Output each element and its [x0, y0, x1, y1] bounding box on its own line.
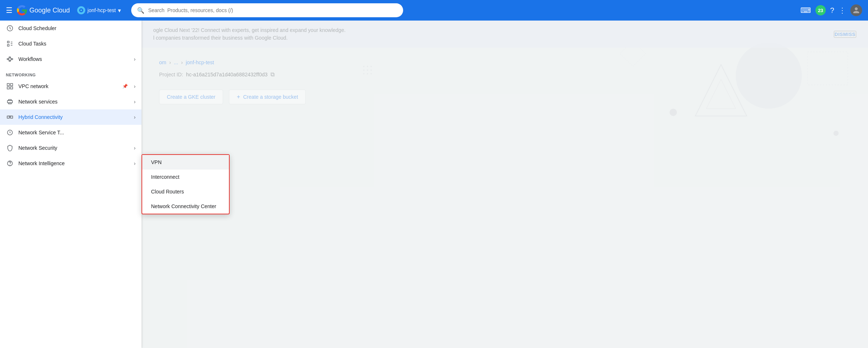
svg-rect-22 — [8, 103, 11, 104]
svg-rect-20 — [7, 101, 12, 103]
more-vert-icon[interactable]: ⋮ — [839, 6, 846, 15]
svg-rect-23 — [7, 116, 10, 118]
project-name: jonf-hcp-test — [87, 7, 116, 13]
svg-rect-10 — [9, 60, 11, 61]
sidebar-item-cloud-scheduler[interactable]: Cloud Scheduler — [0, 21, 141, 36]
sidebar-label: Network Security — [18, 145, 129, 151]
svg-line-13 — [8, 59, 9, 61]
intelligence-icon — [6, 159, 14, 167]
sidebar-label: Hybrid Connectivity — [18, 114, 129, 120]
sidebar: Cloud Scheduler Cloud Tasks Workflows › … — [0, 21, 141, 348]
svg-point-1 — [80, 10, 82, 11]
submenu-interconnect-label: Interconnect — [151, 174, 179, 180]
avatar[interactable] — [850, 4, 862, 16]
sidebar-label: VPC network — [18, 83, 118, 89]
main-layout: Cloud Scheduler Cloud Tasks Workflows › … — [0, 21, 868, 348]
network-services-icon — [6, 98, 14, 106]
submenu-cloud-routers-label: Cloud Routers — [151, 189, 184, 195]
search-icon: 🔍 — [137, 7, 144, 14]
nst-icon — [6, 128, 14, 137]
security-icon — [6, 144, 14, 152]
submenu-item-vpn[interactable]: VPN — [142, 155, 229, 170]
svg-line-14 — [11, 58, 11, 59]
tasks-icon — [6, 40, 14, 48]
svg-rect-8 — [7, 59, 9, 60]
svg-rect-16 — [7, 84, 10, 86]
project-selector[interactable]: jonf-hcp-test ▾ — [77, 6, 121, 14]
notification-count: 23 — [818, 8, 823, 13]
sidebar-item-network-service-t[interactable]: Network Service T... — [0, 125, 141, 140]
submenu-vpn-label: VPN — [151, 159, 162, 165]
sidebar-label: Network services — [18, 99, 129, 105]
chevron-down-icon: ▾ — [118, 7, 121, 14]
sidebar-item-network-security[interactable]: Network Security › — [0, 140, 141, 156]
sidebar-label: Network Intelligence — [18, 160, 129, 166]
hybrid-icon — [6, 113, 14, 121]
notification-badge[interactable]: 23 — [815, 5, 826, 15]
svg-rect-17 — [11, 84, 13, 86]
sidebar-item-vpc-network[interactable]: VPC network 📌 › — [0, 79, 141, 94]
terminal-icon[interactable]: ⌨ — [800, 6, 811, 15]
sidebar-label: Cloud Tasks — [18, 41, 136, 47]
logo-cloud: Cloud — [53, 7, 70, 14]
svg-rect-9 — [9, 57, 11, 58]
main-content-area: ogle Cloud Next '22! Connect with expert… — [141, 21, 868, 348]
hybrid-connectivity-submenu: VPN Interconnect Cloud Routers Network C… — [141, 154, 230, 214]
sidebar-item-network-services[interactable]: Network services › — [0, 94, 141, 109]
submenu-ncc-label: Network Connectivity Center — [151, 203, 216, 209]
search-input[interactable] — [148, 7, 397, 13]
clock-icon — [6, 24, 14, 32]
logo-text: Google Cloud — [29, 7, 70, 14]
sidebar-label: Cloud Scheduler — [18, 25, 136, 31]
svg-line-15 — [11, 59, 11, 61]
svg-rect-21 — [8, 99, 11, 101]
chevron-right-icon: › — [134, 99, 136, 105]
chevron-right-icon: › — [134, 160, 136, 166]
sidebar-item-hybrid-connectivity[interactable]: Hybrid Connectivity › — [0, 109, 141, 125]
svg-rect-3 — [7, 41, 9, 43]
sidebar-item-network-intelligence[interactable]: Network Intelligence › — [0, 156, 141, 171]
sidebar-item-workflows[interactable]: Workflows › — [0, 51, 141, 67]
help-icon[interactable]: ? — [830, 6, 834, 15]
svg-rect-11 — [11, 59, 13, 60]
sidebar-overlay — [141, 21, 868, 348]
chevron-right-icon: › — [134, 83, 136, 89]
networking-section-label: NETWORKING — [0, 67, 141, 79]
svg-line-12 — [8, 58, 9, 59]
topbar: ☰ Google Cloud jonf-hcp-test ▾ 🔍 ⌨ 23 ? … — [0, 0, 868, 21]
hamburger-menu-icon[interactable]: ☰ — [6, 6, 12, 15]
logo-google: Google — [29, 7, 51, 14]
sidebar-label: Network Service T... — [18, 130, 136, 135]
sidebar-item-cloud-tasks[interactable]: Cloud Tasks — [0, 36, 141, 51]
vpc-icon — [6, 82, 14, 90]
submenu-item-cloud-routers[interactable]: Cloud Routers — [142, 184, 229, 199]
svg-rect-24 — [11, 116, 13, 118]
workflows-icon — [6, 55, 14, 63]
logo: Google Cloud — [17, 5, 70, 15]
topbar-right: ⌨ 23 ? ⋮ — [800, 4, 862, 16]
svg-point-29 — [10, 165, 10, 165]
chevron-right-icon: › — [134, 114, 136, 120]
svg-rect-4 — [7, 44, 9, 46]
project-icon — [77, 6, 85, 14]
sidebar-label: Workflows — [18, 56, 129, 62]
chevron-right-icon: › — [134, 56, 136, 62]
svg-rect-19 — [11, 87, 13, 89]
submenu-item-network-connectivity-center[interactable]: Network Connectivity Center — [142, 199, 229, 214]
svg-rect-18 — [7, 87, 10, 89]
google-cloud-logo-icon — [17, 5, 27, 15]
chevron-right-icon: › — [134, 145, 136, 151]
pin-icon: 📌 — [122, 84, 128, 89]
submenu-item-interconnect[interactable]: Interconnect — [142, 170, 229, 184]
search-bar[interactable]: 🔍 — [131, 3, 403, 17]
